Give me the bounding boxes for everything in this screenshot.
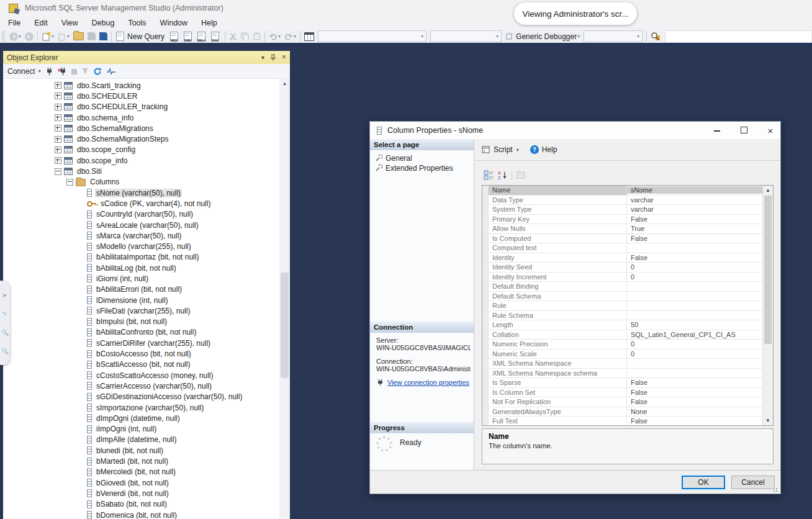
menu-debug[interactable]: Debug <box>85 16 122 30</box>
tree-item[interactable]: dImpOgni (datetime, null) <box>3 413 279 423</box>
zoom-in-icon[interactable]: 🔍 <box>1 329 8 336</box>
tree-item[interactable]: bSabato (bit, not null) <box>3 499 279 510</box>
property-row[interactable]: Is Column SetFalse <box>482 388 773 398</box>
ok-button[interactable]: OK <box>682 476 725 489</box>
expand-icon[interactable] <box>55 136 61 143</box>
expand-icon[interactable] <box>55 93 61 99</box>
tree-item[interactable]: bAbilitaErrori (bit, not null) <box>3 284 279 295</box>
tree-item[interactable]: bGiovedi (bit, not null) <box>3 477 279 488</box>
property-row[interactable]: XML Schema Namespace schema <box>482 369 773 379</box>
property-row[interactable]: IdentityFalse <box>482 253 773 263</box>
new-dax-query-icon[interactable]: DAX <box>210 32 220 42</box>
resize-grip[interactable] <box>773 486 779 492</box>
screen-share-banner[interactable]: Viewing Administrator's scr... <box>514 2 637 25</box>
tree-item[interactable]: dbo.SchemaMigrations <box>3 123 279 133</box>
property-value[interactable]: sNome <box>627 186 773 194</box>
connect-object-icon[interactable] <box>45 67 53 76</box>
property-value[interactable]: 0 <box>627 340 773 348</box>
menu-view[interactable]: View <box>55 16 85 30</box>
scrollbar-thumb[interactable] <box>764 196 772 344</box>
property-value[interactable]: varchar <box>627 205 773 213</box>
tree-item[interactable]: bImpulsi (bit, not null) <box>3 317 279 327</box>
property-value[interactable]: 0 <box>627 263 773 271</box>
property-row[interactable]: Primary KeyFalse <box>482 215 773 225</box>
tree-item[interactable]: iGiorni (int, null) <box>3 273 279 284</box>
property-row[interactable]: Numeric Scale0 <box>482 350 773 359</box>
navigate-back-button[interactable]: ▾ <box>8 30 22 43</box>
property-value[interactable]: False <box>627 254 773 261</box>
property-row[interactable]: Identity Increment0 <box>482 273 773 282</box>
property-row[interactable]: Is SparseFalse <box>482 378 773 388</box>
cursor-icon[interactable]: ➤ <box>1 292 8 299</box>
property-row[interactable]: Numeric Precision0 <box>482 340 773 350</box>
object-explorer-titlebar[interactable]: Object Explorer ▾ × <box>3 51 290 64</box>
tree-item[interactable]: sMarca (varchar(50), null) <box>3 230 279 241</box>
navigate-forward-button[interactable] <box>24 30 35 43</box>
property-value[interactable]: False <box>627 215 773 223</box>
property-row[interactable]: Rule Schema <box>482 311 773 321</box>
menu-tools[interactable]: Tools <box>121 16 153 30</box>
tree-item[interactable]: sCodice (PK, varchar(4), not null) <box>3 198 279 209</box>
expand-icon[interactable] <box>55 114 61 121</box>
tree-item[interactable]: bCostoAccesso (bit, not null) <box>3 348 279 359</box>
new-dmx-query-icon[interactable]: DMX <box>183 32 192 42</box>
tree-item[interactable]: iImpOgni (int, null) <box>3 424 279 435</box>
activity-monitor-icon[interactable] <box>106 68 116 75</box>
undo-button[interactable]: ▾ <box>268 30 282 43</box>
property-value[interactable]: False <box>627 417 773 425</box>
property-value[interactable]: False <box>627 389 773 396</box>
expand-icon[interactable] <box>55 125 61 132</box>
tree-item[interactable]: sModello (varchar(255), null) <box>3 241 279 251</box>
new-project-button[interactable]: ▾ <box>40 30 55 43</box>
property-value[interactable]: None <box>627 408 773 415</box>
open-file-button[interactable] <box>72 30 85 43</box>
collapse-icon[interactable] <box>55 168 61 175</box>
redo-button[interactable]: ▾ <box>283 30 297 43</box>
property-row[interactable]: Is ComputedFalse <box>482 234 773 244</box>
database-combobox[interactable]: ▾ <box>318 30 426 42</box>
tree-item[interactable]: sCarrierAccesso (varchar(50), null) <box>3 381 279 391</box>
scroll-up-icon[interactable]: ▲ <box>763 187 773 193</box>
property-value[interactable]: 0 <box>627 273 773 281</box>
property-row[interactable]: Rule <box>482 301 773 311</box>
tree-item[interactable]: bMartedi (bit, not null) <box>3 456 279 466</box>
tree-item[interactable]: sAreaLocale (varchar(50), null) <box>3 220 279 230</box>
page-item-general[interactable]: General <box>375 154 412 163</box>
property-row[interactable]: Default Binding <box>482 282 773 292</box>
property-row[interactable]: Data Typevarchar <box>482 196 773 205</box>
zoom-out-icon[interactable]: 🔍 <box>1 348 8 354</box>
property-value[interactable]: 0 <box>627 350 773 358</box>
toolbar-search-input[interactable] <box>665 30 812 43</box>
expand-icon[interactable] <box>55 157 61 164</box>
property-value[interactable]: True <box>627 225 773 232</box>
refresh-icon[interactable] <box>93 67 102 76</box>
property-value[interactable]: False <box>627 235 773 242</box>
grid-scrollbar[interactable]: ▲ ▼ <box>762 186 773 425</box>
property-row[interactable]: Default Schema <box>482 292 773 302</box>
cut-button[interactable] <box>228 30 238 43</box>
menu-edit[interactable]: Edit <box>27 16 55 30</box>
categorized-icon[interactable] <box>484 170 494 180</box>
menu-window[interactable]: Window <box>153 16 194 30</box>
minimize-icon[interactable] <box>712 126 722 135</box>
pen-icon[interactable]: ✎ <box>1 310 8 317</box>
tree-item[interactable]: dbo.schema_info <box>3 112 279 123</box>
tree-scrollbar[interactable]: ▲ <box>279 79 290 519</box>
property-value[interactable]: 50 <box>627 321 773 328</box>
tree-item[interactable]: Columns <box>3 177 279 187</box>
annotation-toolbar[interactable]: ➤ ✎ 🔍 🔍 <box>0 281 10 365</box>
tree-item[interactable]: dbo.Siti <box>3 166 279 176</box>
maximize-icon[interactable] <box>739 126 749 135</box>
connect-button[interactable]: Connect▾ <box>7 67 41 76</box>
tree-item[interactable]: dbo.scope_config <box>3 145 279 155</box>
scroll-down-icon[interactable]: ▼ <box>763 418 773 423</box>
tree-item[interactable]: dbo.Scarti_tracking <box>3 80 279 91</box>
toolbar-grip[interactable] <box>2 32 5 42</box>
tree-item[interactable]: sNome (varchar(50), null) <box>3 187 279 198</box>
property-row[interactable]: Identity Seed0 <box>482 263 773 273</box>
script-button[interactable]: Script <box>494 145 513 154</box>
tree-item[interactable]: dbo.SchemaMigrationSteps <box>3 133 279 144</box>
cancel-button[interactable]: Cancel <box>731 476 775 489</box>
property-row[interactable]: CollationSQL_Latin1_General_CP1_CI_AS <box>482 330 773 340</box>
tree-item[interactable]: sImportazione (varchar(50), null) <box>3 402 279 413</box>
